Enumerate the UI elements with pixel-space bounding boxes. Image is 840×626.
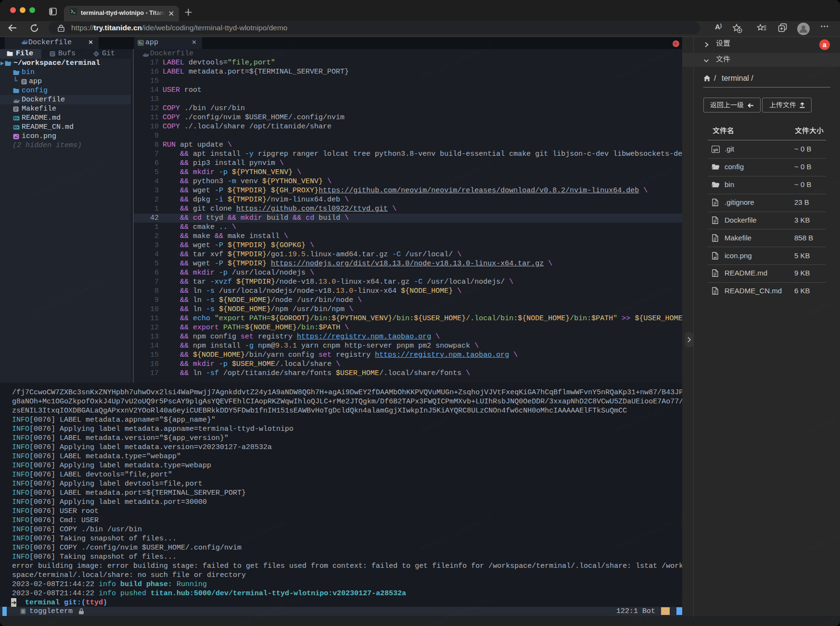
svg-text:git: git bbox=[713, 148, 718, 152]
